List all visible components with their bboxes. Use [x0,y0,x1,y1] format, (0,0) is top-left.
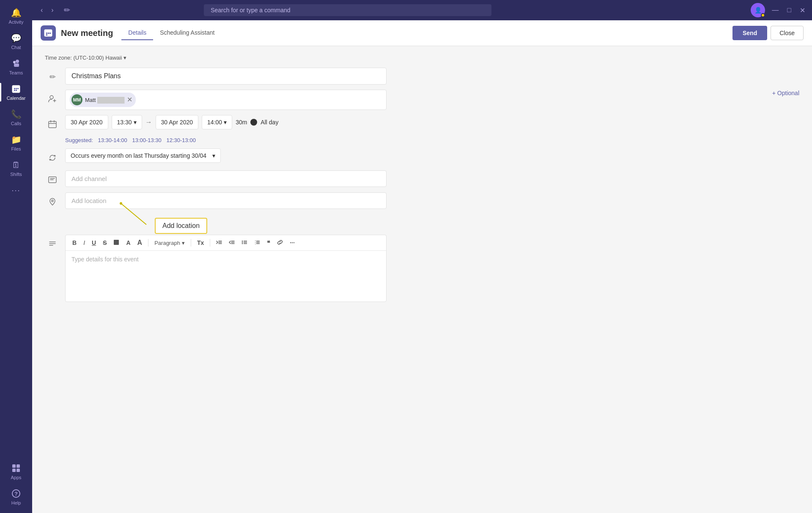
compose-button[interactable]: ✏ [62,4,72,16]
svg-point-31 [242,243,243,244]
sidebar-item-files[interactable]: 📁 Files [0,130,32,156]
close-window-button[interactable]: ✕ [798,5,807,16]
sidebar-item-shifts[interactable]: 🗓 Shifts [0,156,32,181]
sidebar-item-help[interactable]: ? Help [0,484,32,510]
chevron-down-icon: ▾ [212,152,215,159]
tooltip-label: Add location [162,222,200,229]
description-icon [45,236,60,252]
nav-back-button[interactable]: ‹ [37,5,46,16]
rich-text-area[interactable]: B I U S A A [65,235,387,302]
meeting-panel: New meeting Details Scheduling Assistant… [32,20,812,513]
sidebar-item-chat[interactable]: 💬 Chat [0,29,32,54]
add-location-tooltip: Add location [155,218,207,234]
svg-rect-23 [49,121,56,128]
svg-rect-11 [16,464,20,468]
topbar-actions: 👤 — □ ✕ [751,3,807,17]
files-icon: 📁 [11,134,21,145]
end-date-input[interactable]: 30 Apr 2020 [156,115,199,129]
svg-rect-12 [12,469,16,472]
sidebar-item-label: Shifts [10,172,22,177]
svg-text:?: ? [14,491,18,497]
all-day-toggle[interactable]: All day [250,119,278,126]
svg-rect-6 [16,88,17,89]
start-time-select[interactable]: 13:30 ▾ [112,115,142,129]
outdent-button[interactable] [214,238,225,248]
sidebar-item-label: Help [11,500,21,505]
svg-rect-9 [16,90,17,91]
bullet-list-button[interactable] [239,238,250,248]
svg-rect-5 [14,88,15,89]
start-date-input[interactable]: 30 Apr 2020 [65,115,108,129]
maximize-button[interactable]: □ [785,5,793,16]
svg-rect-1 [14,63,19,67]
recurrence-select[interactable]: Occurs every month on last Thursday star… [65,148,221,163]
sidebar-item-calls[interactable]: 📞 Calls [0,105,32,130]
channel-row [45,170,799,187]
sidebar-item-teams[interactable]: Teams [0,54,32,80]
chevron-down-icon: ▾ [224,119,227,126]
send-button[interactable]: Send [732,26,767,40]
form-content: Time zone: (UTC-10:00) Hawaii ▾ ✏ [32,46,812,315]
channel-input[interactable] [65,170,387,187]
close-button[interactable]: Close [771,26,804,40]
search-bar[interactable]: Search for or type a command [204,4,491,16]
link-button[interactable] [274,238,285,248]
sidebar-item-more[interactable]: ··· [0,181,32,200]
bold-button[interactable]: B [70,238,79,247]
sidebar-item-calendar[interactable]: Calendar [0,80,32,105]
datetime-row: 30 Apr 2020 13:30 ▾ → 30 Apr 2020 14:00 … [45,115,799,132]
font-color-button[interactable]: A [123,238,133,247]
tab-details[interactable]: Details [121,26,153,40]
suggested-time-0[interactable]: 13:30-14:00 [98,137,127,143]
minimize-button[interactable]: — [770,5,780,16]
optional-button[interactable]: + Optional [772,90,799,96]
paragraph-dropdown[interactable]: Paragraph ▾ [152,239,187,247]
toggle-circle[interactable] [250,119,257,126]
tab-scheduling[interactable]: Scheduling Assistant [153,26,221,40]
chevron-down-icon: ▾ [123,55,126,61]
teams-icon [11,58,21,69]
quote-button[interactable]: ❝ [264,238,273,247]
sidebar: 🔔 Activity 💬 Chat Teams [0,0,32,513]
recurrence-icon [45,150,60,165]
numbered-list-button[interactable] [252,238,263,248]
highlight-button[interactable] [111,238,122,248]
chevron-down-icon: ▾ [182,240,185,246]
calls-icon: 📞 [11,109,21,119]
sidebar-item-activity[interactable]: 🔔 Activity [0,3,32,29]
datetime-inputs: 30 Apr 2020 13:30 ▾ → 30 Apr 2020 14:00 … [65,115,387,129]
add-person-icon [45,91,60,107]
duration-label: 30m [236,119,247,126]
calendar-icon [45,117,60,132]
remove-attendee-button[interactable]: ✕ [127,96,132,103]
avatar[interactable]: 👤 [751,3,765,17]
description-input[interactable]: Type details for this event [66,251,386,302]
timezone-label: Time zone: (UTC-10:00) Hawaii [45,55,122,61]
timezone-dropdown[interactable]: Time zone: (UTC-10:00) Hawaii ▾ [45,55,126,61]
suggested-time-1[interactable]: 13:00-13:30 [132,137,161,143]
sidebar-item-label: Calendar [7,96,26,101]
font-size-button[interactable]: A [135,238,145,248]
svg-point-30 [242,241,243,242]
suggested-time-2[interactable]: 12:30-13:00 [166,137,195,143]
nav-forward-button[interactable]: › [48,5,57,16]
main-content: ‹ › ✏ Search for or type a command 👤 — □… [32,0,812,513]
title-input[interactable] [65,68,387,85]
underline-button[interactable]: U [89,238,99,247]
svg-point-22 [50,96,53,99]
strikethrough-button[interactable]: S [100,238,109,247]
attendee-name: Matt ███████ [85,97,124,103]
more-options-button[interactable]: ··· [287,238,297,247]
apps-icon [11,463,21,473]
sidebar-item-apps[interactable]: Apps [0,459,32,484]
svg-point-2 [13,61,16,63]
indent-button[interactable] [226,238,237,248]
clear-format-button[interactable]: Tx [195,238,206,247]
location-input[interactable] [65,192,387,209]
sidebar-item-label: Files [11,146,21,151]
shifts-icon: 🗓 [11,160,21,170]
end-time-select[interactable]: 14:00 ▾ [202,115,232,129]
italic-button[interactable]: I [81,238,88,247]
attendees-input[interactable]: MM Matt ███████ ✕ [65,90,387,110]
end-time-value: 14:00 [207,119,222,126]
